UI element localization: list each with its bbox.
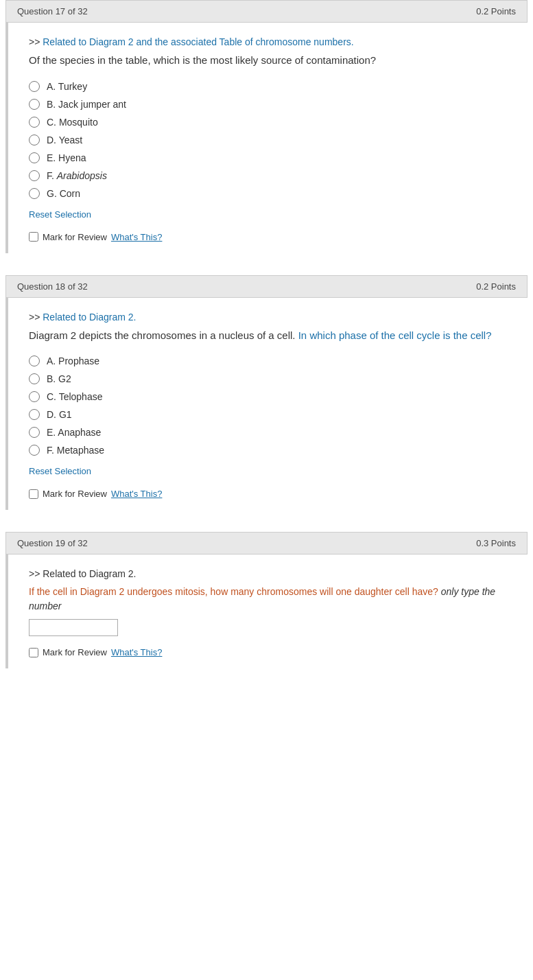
question-18-block: Question 18 of 32 0.2 Points >> Related … xyxy=(0,275,533,511)
q17-option-a[interactable] xyxy=(29,81,40,92)
question-17-header: Question 17 of 32 0.2 Points xyxy=(5,0,528,23)
q17-mark-checkbox[interactable] xyxy=(29,232,38,242)
q17-option-g[interactable] xyxy=(29,188,40,199)
q18-option-f[interactable] xyxy=(29,445,40,456)
q17-option-c[interactable] xyxy=(29,117,40,128)
list-item: B. G2 xyxy=(29,373,507,384)
list-item: E. Anaphase xyxy=(29,427,507,438)
q18-option-e[interactable] xyxy=(29,427,40,438)
list-item: C. Mosquito xyxy=(29,117,507,128)
question-17-block: Question 17 of 32 0.2 Points >> Related … xyxy=(0,0,533,253)
q19-answer-input[interactable] xyxy=(29,619,118,636)
question-19-header: Question 19 of 32 0.3 Points xyxy=(5,532,528,555)
q19-whats-this[interactable]: What's This? xyxy=(111,647,163,657)
question-17-related: >> Related to Diagram 2 and the associat… xyxy=(29,36,507,47)
question-17-text: Of the species in the table, which is th… xyxy=(29,53,507,69)
list-item: A. Turkey xyxy=(29,81,507,92)
q18-option-d[interactable] xyxy=(29,409,40,420)
list-item: F. Arabidopsis xyxy=(29,170,507,181)
q17-label-f[interactable]: F. Arabidopsis xyxy=(47,170,107,181)
q17-option-f[interactable] xyxy=(29,170,40,181)
q17-label-g[interactable]: G. Corn xyxy=(47,188,80,199)
q17-option-d[interactable] xyxy=(29,135,40,145)
q18-option-a[interactable] xyxy=(29,355,40,366)
q17-label-e[interactable]: E. Hyena xyxy=(47,152,86,163)
q18-label-f[interactable]: F. Metaphase xyxy=(47,445,104,456)
question-17-points: 0.2 Points xyxy=(476,6,516,16)
q18-label-a[interactable]: A. Prophase xyxy=(47,355,99,366)
question-18-related: >> Related to Diagram 2. xyxy=(29,312,507,323)
q18-label-e[interactable]: E. Anaphase xyxy=(47,427,101,438)
q18-option-b[interactable] xyxy=(29,373,40,384)
q17-label-c[interactable]: C. Mosquito xyxy=(47,117,98,128)
q17-label-d[interactable]: D. Yeast xyxy=(47,135,82,145)
question-18-header: Question 18 of 32 0.2 Points xyxy=(5,275,528,298)
q17-mark-review-row: Mark for Review What's This? xyxy=(29,232,507,242)
q18-label-d[interactable]: D. G1 xyxy=(47,409,72,420)
q19-mark-review-row: Mark for Review What's This? xyxy=(29,647,507,657)
question-19-body: >> Related to Diagram 2. If the cell in … xyxy=(5,555,528,668)
list-item: E. Hyena xyxy=(29,152,507,163)
list-item: G. Corn xyxy=(29,188,507,199)
question-18-text: Diagram 2 depicts the chromosomes in a n… xyxy=(29,328,507,344)
question-18-body: >> Related to Diagram 2. Diagram 2 depic… xyxy=(5,298,528,511)
question-19-related: >> Related to Diagram 2. xyxy=(29,568,507,579)
question-17-body: >> Related to Diagram 2 and the associat… xyxy=(5,23,528,253)
list-item: D. Yeast xyxy=(29,135,507,145)
q18-whats-this[interactable]: What's This? xyxy=(111,489,163,499)
question-17-label: Question 17 of 32 xyxy=(17,6,88,16)
q17-whats-this[interactable]: What's This? xyxy=(111,232,163,242)
list-item: A. Prophase xyxy=(29,355,507,366)
q19-mark-label: Mark for Review xyxy=(43,647,107,657)
question-18-options: A. Prophase B. G2 C. Telophase D. G1 E. … xyxy=(29,355,507,456)
q18-label-b[interactable]: B. G2 xyxy=(47,373,71,384)
q17-label-a[interactable]: A. Turkey xyxy=(47,81,87,92)
question-17-related-text: Related to Diagram 2 and the associated … xyxy=(43,36,353,47)
list-item: C. Telophase xyxy=(29,391,507,402)
q17-option-e[interactable] xyxy=(29,152,40,163)
q17-label-b[interactable]: B. Jack jumper ant xyxy=(47,99,126,110)
question-19-block: Question 19 of 32 0.3 Points >> Related … xyxy=(0,532,533,668)
list-item: F. Metaphase xyxy=(29,445,507,456)
question-19-related-text: Related to Diagram 2. xyxy=(43,568,136,579)
q18-option-c[interactable] xyxy=(29,391,40,402)
q18-mark-review-row: Mark for Review What's This? xyxy=(29,489,507,499)
list-item: B. Jack jumper ant xyxy=(29,99,507,110)
q18-mark-label: Mark for Review xyxy=(43,489,107,499)
q18-reset-selection[interactable]: Reset Selection xyxy=(29,466,91,476)
list-item: D. G1 xyxy=(29,409,507,420)
q19-mark-checkbox[interactable] xyxy=(29,648,38,657)
question-17-options: A. Turkey B. Jack jumper ant C. Mosquito… xyxy=(29,81,507,199)
q17-reset-selection[interactable]: Reset Selection xyxy=(29,209,91,220)
question-18-related-text: Related to Diagram 2. xyxy=(43,312,136,323)
q18-mark-checkbox[interactable] xyxy=(29,489,38,499)
question-19-label: Question 19 of 32 xyxy=(17,538,88,548)
question-19-points: 0.3 Points xyxy=(476,538,516,548)
question-18-label: Question 18 of 32 xyxy=(17,281,88,292)
question-18-points: 0.2 Points xyxy=(476,281,516,292)
q17-mark-label: Mark for Review xyxy=(43,232,107,242)
question-19-text: If the cell in Diagram 2 undergoes mitos… xyxy=(29,585,507,614)
q18-label-c[interactable]: C. Telophase xyxy=(47,391,102,402)
q17-option-b[interactable] xyxy=(29,99,40,110)
